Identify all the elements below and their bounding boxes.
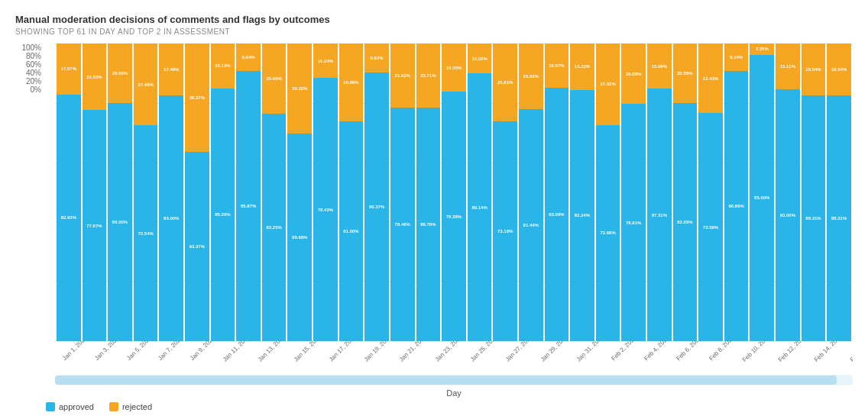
bar-stack: 25.81%73.18% [493, 44, 517, 341]
bar-stack: 23.71%86.70% [416, 44, 441, 341]
bar-approved-segment: 78.43% [313, 78, 338, 341]
x-label: Feb 12, 2025 [777, 341, 808, 363]
scrollbar[interactable] [55, 375, 853, 385]
chart-container: Manual moderation decisions of comments … [0, 0, 868, 419]
rejected-pct-label: 27.46% [134, 82, 158, 87]
x-label: Jan 3, 2025 [93, 341, 121, 362]
rejected-pct-label: 22.33% [83, 75, 107, 79]
x-label-group: Jan 5, 2025 [121, 344, 153, 353]
rejected-pct-label: 30.32% [287, 86, 312, 91]
approved-pct-label: 72.54% [134, 231, 158, 236]
bar-group: 22.33%77.67% [83, 44, 107, 341]
bar-rejected-segment: 20.09% [621, 44, 646, 104]
bar-rejected-segment: 25.81% [493, 44, 517, 121]
bars-area: 17.07%82.93%22.33%77.67%20.00%80.00%27.4… [55, 44, 853, 341]
rejected-pct-label: 15.13% [211, 63, 235, 68]
bar-approved-segment: 83.00% [776, 89, 800, 341]
x-label: Feb 10, 2025 [741, 341, 772, 363]
chart-body: MODERATIONS (Sum) 100% 80% 60% 40% 20% 0… [15, 44, 853, 398]
approved-pct-label: 90.37% [364, 205, 389, 209]
legend-approved: approved [46, 402, 94, 411]
rejected-pct-label: 25.66% [262, 76, 287, 81]
x-label-group: Jan 3, 2025 [89, 344, 121, 353]
bar-group: 17.07%82.93% [57, 44, 81, 341]
rejected-pct-label: 23.71% [416, 73, 441, 78]
bar-approved-segment: 86.70% [416, 108, 441, 341]
x-label: Feb 8, 2025 [708, 341, 736, 362]
approved-pct-label: 78.91% [621, 221, 646, 225]
bar-rejected-segment: 21.62% [390, 44, 415, 108]
bar-group: 9.63%90.37% [364, 44, 389, 341]
bar-stack: 10.02%89.14% [468, 44, 492, 341]
bar-stack: 17.07%82.93% [57, 44, 81, 341]
bar-group: 15.11%83.00% [776, 44, 800, 341]
approved-pct-label: 89.14% [468, 205, 492, 210]
y-label-80: 80% [26, 52, 41, 60]
bar-stack: 18.54%88.31% [827, 44, 851, 341]
x-label-group: Jan 31, 2025 [570, 344, 605, 353]
legend-rejected: rejected [109, 402, 152, 411]
bar-approved-segment: 88.31% [827, 95, 851, 341]
bar-rejected-segment: 25.82% [519, 44, 543, 109]
bar-group: 15.35%79.38% [442, 44, 466, 341]
rejected-pct-label: 18.54% [827, 67, 851, 72]
bar-rejected-segment: 25.66% [262, 44, 287, 114]
bar-approved-segment: 85.26% [211, 89, 235, 341]
bar-group: 20.55%82.05% [673, 44, 698, 341]
bar-rejected-segment: 27.32% [596, 44, 620, 125]
approved-pct-label: 85.26% [211, 212, 235, 217]
bar-rejected-segment: 3.35% [750, 44, 774, 55]
x-label-group: Feb 4, 2025 [638, 344, 671, 353]
bar-group: 27.46%72.54% [134, 44, 158, 341]
bar-approved-segment: 90.86% [724, 71, 749, 341]
bar-stack: 20.00%80.00% [108, 44, 132, 341]
bar-group: 25.82%91.44% [519, 44, 543, 341]
bar-approved-segment: 88.31% [802, 95, 826, 341]
x-label: Jan 7, 2025 [157, 341, 185, 362]
bar-approved-segment: 72.54% [134, 125, 158, 341]
approved-pct-label: 79.38% [442, 214, 466, 219]
y-label-100: 100% [21, 44, 41, 52]
bar-stack: 15.13%85.26% [211, 44, 235, 341]
bar-approved-segment: 79.38% [442, 92, 466, 341]
x-label: Jan 17, 2025 [328, 341, 358, 363]
bar-approved-segment: 89.14% [468, 73, 492, 341]
approved-pct-label: 77.67% [83, 224, 107, 228]
x-label-group: Jan 13, 2025 [251, 344, 287, 353]
bar-approved-segment: 63.37% [185, 152, 209, 341]
bar-stack: 25.82%91.44% [519, 44, 543, 341]
x-label-group: Jan 23, 2025 [429, 344, 464, 353]
rejected-pct-label: 25.82% [519, 74, 543, 79]
x-label: Feb 6, 2025 [675, 341, 704, 362]
bar-group: 10.24%78.43% [313, 44, 338, 341]
y-label-60: 60% [26, 60, 41, 69]
bar-rejected-segment: 10.97% [545, 44, 569, 88]
x-label-group: Feb 8, 2025 [703, 344, 736, 353]
bar-group: 36.37%63.37% [185, 44, 209, 341]
x-label: Feb 16, 2025 [849, 341, 853, 363]
rejected-pct-label: 17.48% [159, 67, 183, 72]
rejected-pct-label: 25.81% [493, 80, 517, 85]
bar-approved-segment: 82.05% [673, 103, 698, 341]
bar-group: 15.69%87.31% [647, 44, 672, 341]
x-label-group: Feb 16, 2025 [844, 344, 853, 353]
rejected-pct-label: 15.69% [647, 64, 672, 69]
x-label-group: Jan 7, 2025 [152, 344, 184, 353]
bar-approved-segment: 85.87% [236, 71, 261, 341]
x-label-group: Jan 9, 2025 [184, 344, 216, 353]
bar-rejected-segment: 8.64% [236, 44, 261, 71]
rejected-pct-label: 17.07% [57, 66, 81, 71]
x-label-group: Feb 10, 2025 [736, 344, 772, 353]
x-label: Jan 15, 2025 [292, 341, 322, 363]
x-label: Jan 29, 2025 [539, 341, 569, 363]
bar-approved-segment: 81.00% [339, 121, 364, 341]
bar-approved-segment: 72.68% [596, 125, 620, 341]
bar-group: 18.54%88.31% [827, 44, 851, 341]
rejected-pct-label: 27.32% [596, 82, 620, 86]
x-label-group: Jan 21, 2025 [393, 344, 428, 353]
bar-rejected-segment: 22.43% [698, 44, 723, 113]
bar-stack: 27.32%72.68% [596, 44, 620, 341]
bar-stack: 10.24%78.43% [313, 44, 338, 341]
x-label: Jan 11, 2025 [222, 341, 251, 363]
x-label-group: Jan 25, 2025 [464, 344, 499, 353]
